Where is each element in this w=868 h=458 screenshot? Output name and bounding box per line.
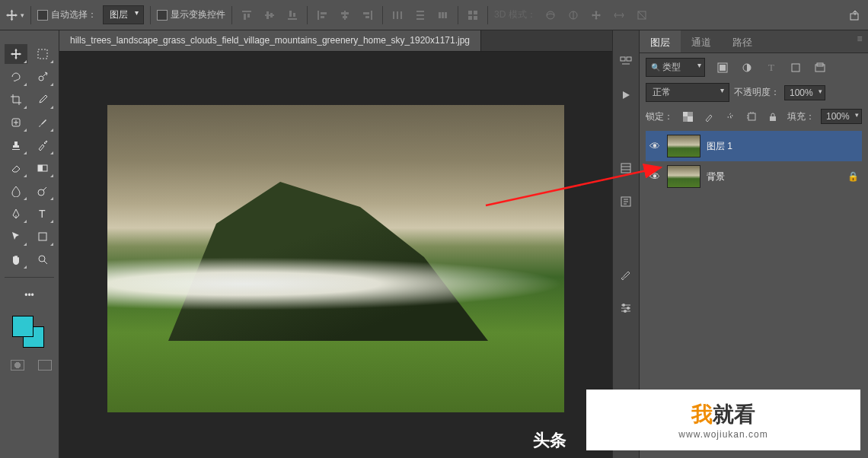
marquee-tool[interactable] <box>31 44 54 64</box>
svg-rect-60 <box>748 113 755 120</box>
filter-shape-icon[interactable] <box>787 59 804 76</box>
blur-tool[interactable] <box>5 181 27 201</box>
filter-adjustment-icon[interactable] <box>739 59 755 76</box>
lasso-tool[interactable] <box>5 67 27 87</box>
tab-layers[interactable]: 图层 <box>640 30 681 52</box>
svg-rect-54 <box>792 64 799 72</box>
properties-panel-icon[interactable] <box>617 160 634 177</box>
document-image <box>107 105 564 412</box>
svg-rect-14 <box>343 16 347 18</box>
quick-select-tool[interactable] <box>31 67 54 87</box>
document-tab[interactable]: hills_trees_landscape_grass_clouds_field… <box>59 30 481 51</box>
svg-rect-17 <box>365 16 369 18</box>
svg-rect-58 <box>683 112 688 116</box>
mode3d-roll-icon[interactable] <box>565 7 582 24</box>
filter-type-icon[interactable]: T <box>763 59 780 76</box>
stamp-tool[interactable] <box>5 135 27 155</box>
shape-tool[interactable] <box>31 227 54 246</box>
path-select-tool[interactable] <box>5 227 27 246</box>
visibility-toggle[interactable]: 👁 <box>649 170 661 183</box>
filter-pixel-icon[interactable] <box>714 59 731 76</box>
lock-all-icon[interactable] <box>764 108 781 125</box>
auto-align-icon[interactable] <box>464 7 481 24</box>
svg-rect-13 <box>341 12 349 14</box>
opacity-input[interactable]: 100% <box>784 85 825 100</box>
brush-tool[interactable] <box>31 113 54 132</box>
quickmask-toggle[interactable] <box>11 360 24 371</box>
dodge-tool[interactable] <box>31 181 54 201</box>
mode3d-slide-icon[interactable] <box>611 7 627 24</box>
gradient-tool[interactable] <box>31 158 54 178</box>
layer-thumbnail[interactable] <box>667 165 700 188</box>
align-top-icon[interactable] <box>238 7 255 24</box>
move-tool-icon[interactable]: ▾ <box>5 5 24 25</box>
zoom-tool[interactable] <box>31 250 54 269</box>
lock-pixels-icon[interactable] <box>700 108 717 125</box>
layer-item[interactable]: 👁 背景 🔒 <box>646 161 862 192</box>
history-panel-icon[interactable] <box>617 53 634 70</box>
pen-tool[interactable] <box>5 204 27 224</box>
foreground-color-swatch[interactable] <box>12 316 34 337</box>
lock-position-icon[interactable] <box>722 108 739 125</box>
opacity-label: 不透明度： <box>734 86 780 99</box>
align-vcenter-icon[interactable] <box>261 7 278 24</box>
svg-rect-1 <box>244 14 246 20</box>
auto-select-checkbox[interactable]: 自动选择： <box>37 8 97 21</box>
edit-toolbar-icon[interactable]: ••• <box>18 285 41 305</box>
layer-name[interactable]: 背景 <box>707 170 841 183</box>
brush-panel-icon[interactable] <box>617 266 634 283</box>
adjustments-panel-icon[interactable] <box>617 300 634 316</box>
eraser-tool[interactable] <box>5 158 27 178</box>
canvas-stage[interactable]: 头条 <box>59 52 612 458</box>
lock-label: 锁定： <box>646 110 673 123</box>
lock-transparent-icon[interactable] <box>679 108 696 125</box>
show-transform-checkbox[interactable]: 显示变换控件 <box>157 8 225 21</box>
layer-item[interactable]: 👁 图层 1 <box>646 131 862 161</box>
share-icon[interactable] <box>847 7 863 24</box>
svg-rect-24 <box>439 12 441 18</box>
color-swatches[interactable] <box>5 316 54 351</box>
mode3d-pan-icon[interactable] <box>588 7 605 24</box>
layer-name[interactable]: 图层 1 <box>707 140 859 153</box>
layer-filter-select[interactable]: 类型 <box>646 58 705 77</box>
distribute-h-icon[interactable] <box>389 7 406 24</box>
align-bottom-icon[interactable] <box>284 7 301 24</box>
auto-select-label: 自动选择： <box>51 8 97 21</box>
align-right-icon[interactable] <box>359 7 376 24</box>
options-bar: ▾ 自动选择： 图层 显示变换控件 3D 模式： <box>0 0 868 30</box>
character-panel-icon[interactable] <box>617 193 634 210</box>
eyedropper-tool[interactable] <box>31 90 54 110</box>
visibility-toggle[interactable]: 👁 <box>649 140 661 152</box>
tab-paths[interactable]: 路径 <box>722 30 763 52</box>
fill-input[interactable]: 100% <box>821 109 862 124</box>
lock-artboard-icon[interactable] <box>743 108 760 125</box>
tab-channels[interactable]: 通道 <box>681 30 722 52</box>
lock-icon: 🔒 <box>847 171 859 182</box>
svg-rect-11 <box>321 16 324 18</box>
heal-tool[interactable] <box>5 113 27 132</box>
type-tool[interactable]: T <box>31 204 54 224</box>
svg-point-50 <box>624 310 627 313</box>
align-hcenter-icon[interactable] <box>337 7 353 24</box>
history-brush-tool[interactable] <box>31 135 54 155</box>
blend-mode-select[interactable]: 正常 <box>646 83 729 102</box>
distribute-spacing-h-icon[interactable] <box>435 7 452 24</box>
panel-menu-icon[interactable]: ≡ <box>851 30 868 47</box>
auto-select-target-select[interactable]: 图层 <box>103 5 144 24</box>
layer-thumbnail[interactable] <box>667 135 700 157</box>
filter-smartobj-icon[interactable] <box>812 59 828 76</box>
mode3d-orbit-icon[interactable] <box>542 7 559 24</box>
svg-rect-4 <box>266 11 269 19</box>
crop-tool[interactable] <box>5 90 27 110</box>
svg-rect-10 <box>321 12 327 14</box>
actions-panel-icon[interactable] <box>617 87 634 103</box>
svg-rect-52 <box>720 65 726 71</box>
move-tool[interactable] <box>5 44 27 64</box>
mode3d-scale-icon[interactable] <box>633 7 650 24</box>
distribute-v-icon[interactable] <box>412 7 429 24</box>
svg-rect-7 <box>289 11 292 17</box>
svg-point-40 <box>38 189 44 196</box>
hand-tool[interactable] <box>5 250 27 269</box>
align-left-icon[interactable] <box>314 7 330 24</box>
screenmode-toggle[interactable] <box>38 360 52 371</box>
